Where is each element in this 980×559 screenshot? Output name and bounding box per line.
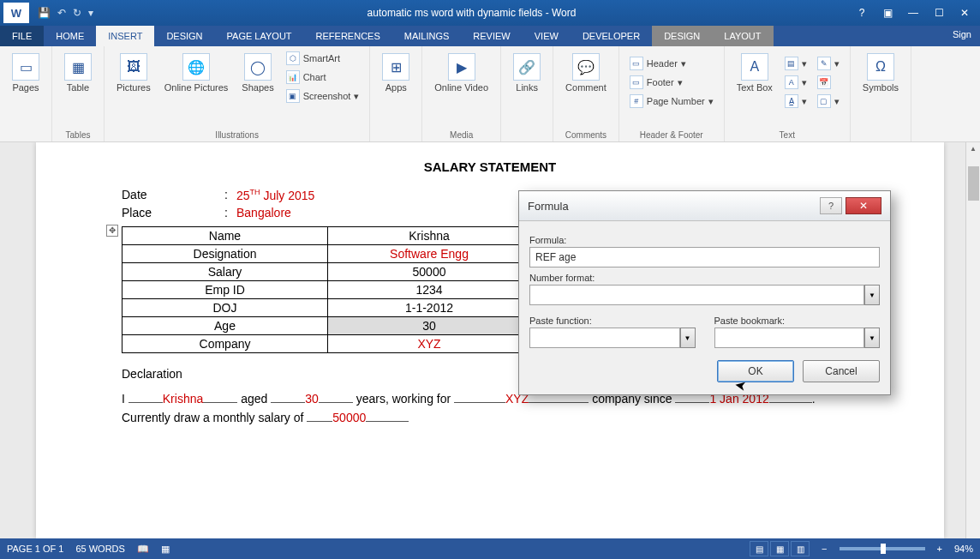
dialog-close-button[interactable]: ✕: [846, 197, 881, 214]
dialog-help-button[interactable]: ?: [820, 197, 842, 214]
footer-button[interactable]: ▭Footer▾: [626, 74, 717, 91]
table-cell-value[interactable]: XYZ: [328, 334, 531, 352]
date-time-button[interactable]: 📅: [814, 74, 843, 91]
tab-insert[interactable]: INSERT: [96, 26, 154, 46]
macro-icon[interactable]: ▦: [161, 544, 170, 555]
table-row[interactable]: CompanyXYZ: [122, 334, 531, 352]
sign-in-link[interactable]: Sign: [944, 26, 980, 46]
tab-references[interactable]: REFERENCES: [304, 26, 392, 46]
salary-table[interactable]: NameKrishnaDesignationSoftware EnggSalar…: [122, 226, 531, 353]
print-layout-button[interactable]: ▦: [770, 541, 789, 556]
tab-table-layout[interactable]: LAYOUT: [712, 26, 773, 46]
drop-cap-button[interactable]: A̲▾: [781, 93, 810, 110]
zoom-slider-thumb[interactable]: [881, 544, 886, 554]
scroll-up-icon[interactable]: ▲: [966, 142, 980, 154]
paste-bookmark-input[interactable]: [714, 328, 865, 348]
table-row[interactable]: Salary50000: [122, 262, 531, 280]
formula-input[interactable]: [529, 247, 880, 267]
help-button[interactable]: ?: [850, 3, 874, 22]
signature-line-button[interactable]: ✎▾: [814, 55, 843, 72]
spell-check-icon[interactable]: 📖: [137, 544, 149, 555]
paste-bookmark-dropdown-icon[interactable]: ▼: [864, 328, 880, 348]
screenshot-label: Screenshot: [303, 91, 351, 101]
ok-button[interactable]: OK: [717, 360, 794, 382]
pictures-button[interactable]: 🖼 Pictures: [111, 50, 156, 96]
table-cell-value[interactable]: 1234: [328, 280, 531, 298]
table-cell-label[interactable]: DOJ: [122, 298, 328, 316]
minimize-button[interactable]: —: [901, 3, 925, 22]
tab-file[interactable]: FILE: [0, 26, 44, 46]
table-label: Table: [67, 82, 89, 93]
table-row[interactable]: NameKrishna: [122, 226, 531, 244]
zoom-slider[interactable]: [840, 547, 925, 550]
tab-view[interactable]: VIEW: [523, 26, 571, 46]
group-illustrations: 🖼 Pictures 🌐 Online Pictures ◯ Shapes ⬡S…: [105, 46, 370, 141]
number-format-dropdown-icon[interactable]: ▼: [864, 285, 880, 305]
tab-table-design[interactable]: DESIGN: [652, 26, 712, 46]
place-label: Place: [122, 206, 224, 219]
table-cell-label[interactable]: Salary: [122, 262, 328, 280]
dialog-titlebar[interactable]: Formula ? ✕: [519, 191, 890, 221]
table-cell-value[interactable]: Krishna: [328, 226, 531, 244]
redo-icon[interactable]: ↻: [73, 7, 81, 19]
online-video-button[interactable]: ▶ Online Video: [429, 50, 493, 96]
zoom-out-button[interactable]: −: [822, 544, 827, 554]
links-button[interactable]: 🔗 Links: [508, 50, 546, 96]
vertical-scrollbar[interactable]: ▲: [965, 142, 980, 538]
table-cell-value[interactable]: Software Engg: [328, 244, 531, 262]
paste-function-input[interactable]: [529, 328, 680, 348]
cancel-button[interactable]: Cancel: [803, 360, 880, 382]
zoom-in-button[interactable]: +: [937, 544, 942, 554]
shapes-button[interactable]: ◯ Shapes: [236, 50, 278, 96]
tab-design[interactable]: DESIGN: [154, 26, 214, 46]
save-icon[interactable]: 💾: [38, 7, 51, 19]
word-count[interactable]: 65 WORDS: [75, 544, 124, 554]
scroll-thumb[interactable]: [968, 166, 979, 201]
table-cell-label[interactable]: Emp ID: [122, 280, 328, 298]
table-move-handle-icon[interactable]: ✥: [106, 225, 118, 237]
table-cell-label[interactable]: Age: [122, 316, 328, 334]
table-cell-value[interactable]: 50000: [328, 262, 531, 280]
table-row[interactable]: DesignationSoftware Engg: [122, 244, 531, 262]
tab-home[interactable]: HOME: [44, 26, 96, 46]
zoom-level[interactable]: 94%: [954, 544, 973, 554]
date-value: 25TH July 2015: [236, 188, 314, 202]
page-number-button[interactable]: #Page Number▾: [626, 93, 717, 110]
close-button[interactable]: ✕: [953, 3, 977, 22]
table-cell-value[interactable]: 1-1-2012: [328, 298, 531, 316]
table-row[interactable]: DOJ1-1-2012: [122, 298, 531, 316]
table-cell-label[interactable]: Company: [122, 334, 328, 352]
apps-button[interactable]: ⊞ Apps: [377, 50, 415, 96]
quick-parts-button[interactable]: ▤▾: [781, 55, 810, 72]
paste-function-dropdown-icon[interactable]: ▼: [680, 328, 696, 348]
undo-icon[interactable]: ↶: [57, 7, 66, 19]
read-mode-button[interactable]: ▤: [750, 541, 768, 556]
chart-button[interactable]: 📊Chart: [283, 69, 363, 86]
tab-mailings[interactable]: MAILINGS: [392, 26, 462, 46]
table-button[interactable]: ▦ Table: [59, 50, 97, 96]
object-button[interactable]: ▢▾: [814, 93, 843, 110]
header-button[interactable]: ▭Header▾: [626, 55, 717, 72]
comment-button[interactable]: 💬 Comment: [560, 50, 612, 96]
text-box-button[interactable]: A Text Box: [732, 50, 778, 96]
page-indicator[interactable]: PAGE 1 OF 1: [7, 544, 63, 554]
tab-page-layout[interactable]: PAGE LAYOUT: [215, 26, 304, 46]
smartart-button[interactable]: ⬡SmartArt: [283, 50, 363, 67]
number-format-input[interactable]: [529, 285, 864, 305]
table-cell-label[interactable]: Name: [122, 226, 328, 244]
screenshot-button[interactable]: ▣Screenshot▾: [283, 87, 363, 105]
wordart-button[interactable]: A▾: [781, 74, 810, 91]
ribbon-options-button[interactable]: ▣: [875, 3, 899, 22]
tab-review[interactable]: REVIEW: [461, 26, 522, 46]
web-layout-button[interactable]: ▥: [791, 541, 810, 556]
symbols-button[interactable]: Ω Symbols: [858, 50, 904, 96]
tab-developer[interactable]: DEVELOPER: [571, 26, 652, 46]
table-cell-label[interactable]: Designation: [122, 244, 328, 262]
table-cell-value[interactable]: 30: [328, 316, 531, 334]
symbols-label: Symbols: [863, 82, 899, 93]
online-pictures-button[interactable]: 🌐 Online Pictures: [159, 50, 234, 96]
maximize-button[interactable]: ☐: [927, 3, 951, 22]
table-row[interactable]: Age30: [122, 316, 531, 334]
table-row[interactable]: Emp ID1234: [122, 280, 531, 298]
pages-button[interactable]: ▭ Pages: [7, 50, 45, 96]
